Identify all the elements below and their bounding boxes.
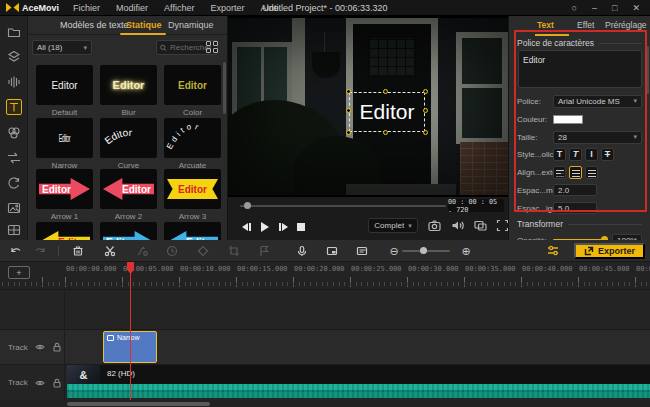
bold-button[interactable]: T — [553, 148, 566, 161]
seek-bar[interactable] — [240, 205, 446, 207]
resize-handle[interactable] — [383, 130, 388, 135]
menu-aide[interactable]: Aide — [260, 3, 278, 13]
undo-icon[interactable] — [8, 244, 24, 258]
resize-handle[interactable] — [346, 89, 351, 94]
template-tile[interactable]: Editor Blur — [100, 65, 157, 117]
next-frame-button[interactable] — [274, 220, 292, 234]
italic-button[interactable]: T — [569, 148, 582, 161]
empty-track-row[interactable] — [0, 290, 650, 330]
properties-scrollbar[interactable] — [646, 46, 649, 94]
play-button[interactable] — [256, 220, 274, 234]
align-center-button[interactable] — [569, 166, 582, 179]
previous-frame-button[interactable] — [238, 220, 256, 234]
resize-handle[interactable] — [346, 130, 351, 135]
eye-icon[interactable] — [35, 342, 45, 352]
zoom-out-icon[interactable]: ⊖ — [386, 244, 402, 258]
crop-icon[interactable] — [226, 244, 242, 258]
lock-icon[interactable] — [52, 342, 62, 352]
volume-icon[interactable] — [451, 219, 465, 232]
template-filter-dropdown[interactable]: All (18) ▾ — [32, 40, 92, 55]
media-icon[interactable] — [6, 24, 22, 40]
template-tile[interactable]: Editor Curve — [100, 118, 157, 170]
template-tile[interactable]: Editor — [36, 222, 93, 240]
strikethrough-button[interactable]: T — [601, 148, 614, 161]
word-spacing-input[interactable]: 2.0 — [553, 184, 597, 196]
template-tile[interactable]: Editor Arcuate — [164, 118, 221, 170]
timeline-horizontal-scrollbar[interactable] — [67, 402, 210, 406]
stop-button[interactable] — [292, 220, 310, 234]
menu-modifier[interactable]: Modifier — [116, 3, 148, 13]
template-tile[interactable]: Editor Narrow — [36, 118, 93, 170]
video-track-row[interactable]: Track & 82 (HD) — [0, 365, 650, 400]
snapshot-icon[interactable] — [428, 219, 442, 232]
split-icon[interactable] — [102, 244, 118, 258]
underline-button[interactable]: I — [585, 148, 598, 161]
minimize-icon[interactable]: – — [592, 3, 597, 13]
tab-statique[interactable]: Statique — [126, 20, 162, 30]
preview-zoom-dropdown[interactable]: Complet ▾ — [368, 218, 418, 233]
align-right-button[interactable] — [585, 166, 598, 179]
delete-icon[interactable] — [70, 244, 86, 258]
template-tile[interactable]: Editor Arrow 2 — [100, 169, 157, 221]
resize-handle[interactable] — [383, 89, 388, 94]
overlay-text[interactable]: Editor — [360, 100, 415, 124]
keyframe-icon[interactable] — [195, 244, 211, 258]
pip-icon[interactable] — [324, 244, 340, 258]
resize-handle[interactable] — [423, 108, 428, 113]
text-color-swatch[interactable] — [553, 115, 583, 124]
image-icon[interactable] — [6, 200, 22, 216]
maximize-icon[interactable]: □ — [612, 3, 617, 13]
template-tile[interactable]: Editor Arrow 1 — [36, 169, 93, 221]
line-spacing-input[interactable]: 5.0 — [553, 202, 597, 214]
motion-icon[interactable] — [6, 175, 22, 191]
adjust-icon[interactable] — [354, 244, 370, 258]
filters-icon[interactable] — [6, 125, 22, 141]
template-tile[interactable]: Editor Default — [36, 65, 93, 117]
text-track-row[interactable]: Track Narrow — [0, 330, 650, 365]
resize-handle[interactable] — [423, 89, 428, 94]
seek-handle[interactable] — [244, 202, 251, 209]
zoom-in-icon[interactable]: ⊕ — [458, 244, 474, 258]
record-voiceover-icon[interactable] — [294, 244, 310, 258]
video-clip[interactable]: & 82 (HD) — [67, 365, 650, 399]
marker-icon[interactable] — [256, 244, 272, 258]
menu-fichier[interactable]: Fichier — [73, 3, 100, 13]
grid-view-icon[interactable] — [206, 41, 218, 53]
font-size-dropdown[interactable]: 28 ▾ — [553, 131, 642, 144]
zoom-slider-handle[interactable] — [420, 247, 427, 254]
template-tile[interactable]: Editor Arrow 3 — [164, 169, 221, 221]
playhead-line[interactable] — [130, 262, 131, 400]
template-tile[interactable]: Editor — [164, 222, 221, 240]
menu-afficher[interactable]: Afficher — [164, 3, 194, 13]
tab-effet[interactable]: Effet — [577, 20, 594, 30]
text-icon[interactable] — [6, 99, 22, 115]
templates-scrollbar[interactable] — [223, 62, 226, 114]
close-icon[interactable]: ✕ — [632, 3, 640, 13]
redo-icon[interactable] — [32, 244, 48, 258]
audio-icon[interactable] — [6, 74, 22, 90]
elements-icon[interactable] — [6, 49, 22, 65]
font-family-dropdown[interactable]: Arial Unicode MS ▾ — [553, 95, 642, 108]
transitions-icon[interactable] — [6, 150, 22, 166]
split-screen-icon[interactable] — [6, 222, 22, 238]
menu-exporter[interactable]: Exporter — [210, 3, 244, 13]
dual-screen-icon[interactable] — [474, 219, 488, 232]
text-content-field[interactable]: Editor — [518, 50, 642, 88]
account-icon[interactable]: ○ — [572, 3, 577, 13]
audio-mixer-icon[interactable] — [546, 244, 562, 258]
speed-icon[interactable] — [164, 244, 180, 258]
freeze-icon[interactable] — [134, 244, 150, 258]
resize-handle[interactable] — [423, 130, 428, 135]
eye-icon[interactable] — [35, 378, 45, 388]
template-tile[interactable]: Editor — [100, 222, 157, 240]
lock-icon[interactable] — [52, 378, 62, 388]
timeline-ruler[interactable]: + 00:00:00.000 00:00:05.000 00:00:10.000… — [0, 262, 650, 290]
tab-text[interactable]: Text — [537, 20, 554, 30]
align-left-button[interactable] — [553, 166, 566, 179]
export-button[interactable]: Exporter — [574, 243, 645, 259]
template-tile[interactable]: Editor Color — [164, 65, 221, 117]
video-preview[interactable]: Editor — [228, 16, 508, 197]
tab-dynamique[interactable]: Dynamique — [168, 20, 214, 30]
resize-handle[interactable] — [346, 108, 351, 113]
text-overlay-selection[interactable]: Editor — [349, 92, 425, 132]
